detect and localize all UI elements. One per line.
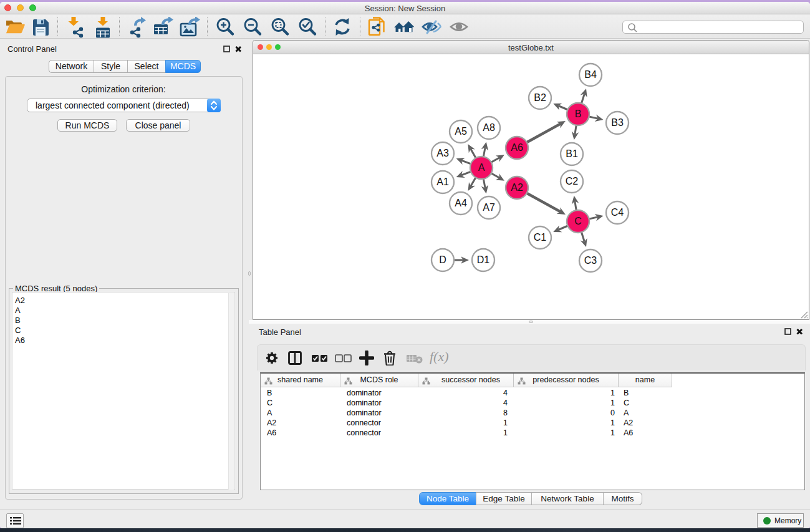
svg-text:C3: C3 [584,255,597,266]
svg-text:A4: A4 [455,198,467,208]
svg-text:C4: C4 [611,207,624,218]
svg-text:B3: B3 [611,117,624,128]
svg-text:B4: B4 [584,69,597,80]
svg-text:C2: C2 [566,176,579,186]
svg-text:A7: A7 [483,202,495,213]
svg-text:B2: B2 [534,92,546,103]
svg-text:C: C [574,216,582,226]
svg-text:A8: A8 [483,122,495,133]
svg-text:D1: D1 [477,254,490,265]
svg-text:B: B [575,109,582,119]
svg-text:B1: B1 [566,148,578,159]
svg-text:D: D [439,254,446,265]
svg-text:C1: C1 [534,232,547,243]
svg-text:A3: A3 [436,148,449,158]
svg-text:A: A [478,162,485,173]
svg-text:A6: A6 [511,142,523,153]
svg-text:A1: A1 [436,177,449,187]
svg-text:A2: A2 [511,182,523,193]
svg-text:A5: A5 [455,126,467,137]
